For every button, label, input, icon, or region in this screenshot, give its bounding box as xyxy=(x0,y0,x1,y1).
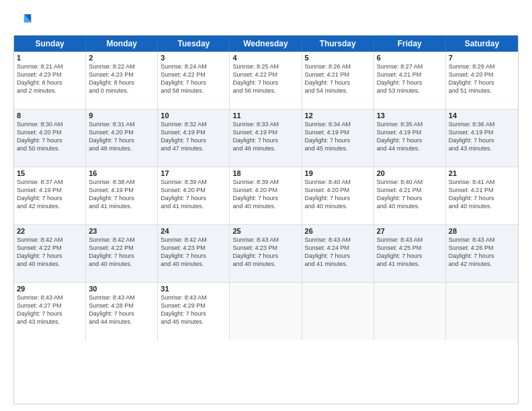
day-number: 7 xyxy=(449,54,515,62)
day-number: 19 xyxy=(305,169,371,177)
day-info: Sunrise: 8:27 AMSunset: 4:21 PMDaylight:… xyxy=(377,62,443,95)
day-info: Sunrise: 8:35 AMSunset: 4:19 PMDaylight:… xyxy=(377,120,443,153)
calendar: SundayMondayTuesdayWednesdayThursdayFrid… xyxy=(13,35,519,404)
day-info: Sunrise: 8:34 AMSunset: 4:19 PMDaylight:… xyxy=(305,120,371,153)
day-info: Sunrise: 8:33 AMSunset: 4:19 PMDaylight:… xyxy=(232,120,298,153)
cal-cell-29: 29Sunrise: 8:43 AMSunset: 4:27 PMDayligh… xyxy=(14,283,86,340)
header xyxy=(13,11,519,30)
day-info: Sunrise: 8:41 AMSunset: 4:21 PMDaylight:… xyxy=(449,178,515,211)
day-number: 4 xyxy=(232,54,298,62)
day-number: 12 xyxy=(305,111,371,120)
cal-cell-11: 11Sunrise: 8:33 AMSunset: 4:19 PMDayligh… xyxy=(230,109,302,167)
page: SundayMondayTuesdayWednesdayThursdayFrid… xyxy=(0,0,532,411)
cal-cell-7: 7Sunrise: 8:29 AMSunset: 4:20 PMDaylight… xyxy=(446,52,518,109)
day-info: Sunrise: 8:43 AMSunset: 4:29 PMDaylight:… xyxy=(161,293,226,326)
header-day-thursday: Thursday xyxy=(302,36,374,52)
cal-cell-6: 6Sunrise: 8:27 AMSunset: 4:21 PMDaylight… xyxy=(374,52,446,109)
day-number: 5 xyxy=(305,54,371,62)
day-number: 3 xyxy=(161,54,226,62)
day-number: 6 xyxy=(377,54,443,62)
day-info: Sunrise: 8:39 AMSunset: 4:20 PMDaylight:… xyxy=(161,178,226,211)
day-number: 26 xyxy=(305,227,371,235)
day-number: 17 xyxy=(161,169,226,177)
header-day-friday: Friday xyxy=(374,36,446,52)
day-info: Sunrise: 8:36 AMSunset: 4:19 PMDaylight:… xyxy=(449,120,515,153)
day-info: Sunrise: 8:42 AMSunset: 4:23 PMDaylight:… xyxy=(161,236,226,269)
day-number: 20 xyxy=(377,169,443,177)
day-number: 1 xyxy=(17,54,83,62)
cal-cell-3: 3Sunrise: 8:24 AMSunset: 4:22 PMDaylight… xyxy=(158,52,230,109)
day-number: 11 xyxy=(232,111,298,120)
week-row-2: 8Sunrise: 8:30 AMSunset: 4:20 PMDaylight… xyxy=(14,109,518,167)
cal-cell-13: 13Sunrise: 8:35 AMSunset: 4:19 PMDayligh… xyxy=(374,109,446,167)
calendar-header: SundayMondayTuesdayWednesdayThursdayFrid… xyxy=(14,36,518,52)
day-info: Sunrise: 8:43 AMSunset: 4:28 PMDaylight:… xyxy=(89,293,154,326)
day-info: Sunrise: 8:43 AMSunset: 4:27 PMDaylight:… xyxy=(17,293,83,326)
logo xyxy=(13,11,35,30)
day-number: 29 xyxy=(17,285,83,293)
day-info: Sunrise: 8:29 AMSunset: 4:20 PMDaylight:… xyxy=(449,62,515,95)
cal-cell-15: 15Sunrise: 8:37 AMSunset: 4:19 PMDayligh… xyxy=(14,167,86,224)
cal-cell-8: 8Sunrise: 8:30 AMSunset: 4:20 PMDaylight… xyxy=(14,109,86,167)
day-info: Sunrise: 8:22 AMSunset: 4:23 PMDaylight:… xyxy=(89,62,154,95)
day-number: 31 xyxy=(161,285,226,293)
cal-cell-empty xyxy=(230,283,302,340)
cal-cell-2: 2Sunrise: 8:22 AMSunset: 4:23 PMDaylight… xyxy=(86,52,158,109)
cal-cell-12: 12Sunrise: 8:34 AMSunset: 4:19 PMDayligh… xyxy=(302,109,374,167)
week-row-1: 1Sunrise: 8:21 AMSunset: 4:23 PMDaylight… xyxy=(14,52,518,109)
cal-cell-14: 14Sunrise: 8:36 AMSunset: 4:19 PMDayligh… xyxy=(446,109,518,167)
day-info: Sunrise: 8:42 AMSunset: 4:22 PMDaylight:… xyxy=(17,236,83,269)
cal-cell-10: 10Sunrise: 8:32 AMSunset: 4:19 PMDayligh… xyxy=(158,109,230,167)
day-info: Sunrise: 8:30 AMSunset: 4:20 PMDaylight:… xyxy=(17,120,83,153)
cal-cell-31: 31Sunrise: 8:43 AMSunset: 4:29 PMDayligh… xyxy=(158,283,230,340)
day-number: 9 xyxy=(89,111,154,120)
day-info: Sunrise: 8:43 AMSunset: 4:26 PMDaylight:… xyxy=(449,236,515,269)
cal-cell-1: 1Sunrise: 8:21 AMSunset: 4:23 PMDaylight… xyxy=(14,52,86,109)
day-number: 15 xyxy=(17,169,83,177)
cal-cell-21: 21Sunrise: 8:41 AMSunset: 4:21 PMDayligh… xyxy=(446,167,518,224)
day-number: 30 xyxy=(89,285,154,293)
day-info: Sunrise: 8:31 AMSunset: 4:20 PMDaylight:… xyxy=(89,120,154,153)
day-number: 14 xyxy=(449,111,515,120)
cal-cell-24: 24Sunrise: 8:42 AMSunset: 4:23 PMDayligh… xyxy=(158,225,230,282)
day-number: 28 xyxy=(449,227,515,235)
day-info: Sunrise: 8:38 AMSunset: 4:19 PMDaylight:… xyxy=(89,178,154,211)
day-info: Sunrise: 8:32 AMSunset: 4:19 PMDaylight:… xyxy=(161,120,226,153)
cal-cell-18: 18Sunrise: 8:39 AMSunset: 4:20 PMDayligh… xyxy=(230,167,302,224)
header-day-sunday: Sunday xyxy=(14,36,86,52)
day-info: Sunrise: 8:39 AMSunset: 4:20 PMDaylight:… xyxy=(232,178,298,211)
cal-cell-5: 5Sunrise: 8:26 AMSunset: 4:21 PMDaylight… xyxy=(302,52,374,109)
calendar-body: 1Sunrise: 8:21 AMSunset: 4:23 PMDaylight… xyxy=(14,52,518,340)
day-info: Sunrise: 8:26 AMSunset: 4:21 PMDaylight:… xyxy=(305,62,371,95)
week-row-3: 15Sunrise: 8:37 AMSunset: 4:19 PMDayligh… xyxy=(14,167,518,225)
day-info: Sunrise: 8:40 AMSunset: 4:21 PMDaylight:… xyxy=(377,178,443,211)
cal-cell-empty xyxy=(302,283,374,340)
week-row-4: 22Sunrise: 8:42 AMSunset: 4:22 PMDayligh… xyxy=(14,225,518,283)
cal-cell-23: 23Sunrise: 8:42 AMSunset: 4:22 PMDayligh… xyxy=(86,225,158,282)
day-info: Sunrise: 8:42 AMSunset: 4:22 PMDaylight:… xyxy=(89,236,154,269)
day-number: 24 xyxy=(161,227,226,235)
cal-cell-4: 4Sunrise: 8:25 AMSunset: 4:22 PMDaylight… xyxy=(230,52,302,109)
day-number: 10 xyxy=(161,111,226,120)
cal-cell-26: 26Sunrise: 8:43 AMSunset: 4:24 PMDayligh… xyxy=(302,225,374,282)
day-info: Sunrise: 8:37 AMSunset: 4:19 PMDaylight:… xyxy=(17,178,83,211)
day-info: Sunrise: 8:24 AMSunset: 4:22 PMDaylight:… xyxy=(161,62,226,95)
cal-cell-20: 20Sunrise: 8:40 AMSunset: 4:21 PMDayligh… xyxy=(374,167,446,224)
cal-cell-30: 30Sunrise: 8:43 AMSunset: 4:28 PMDayligh… xyxy=(86,283,158,340)
header-day-tuesday: Tuesday xyxy=(158,36,230,52)
day-info: Sunrise: 8:21 AMSunset: 4:23 PMDaylight:… xyxy=(17,62,83,95)
day-number: 13 xyxy=(377,111,443,120)
header-day-wednesday: Wednesday xyxy=(230,36,302,52)
cal-cell-28: 28Sunrise: 8:43 AMSunset: 4:26 PMDayligh… xyxy=(446,225,518,282)
cal-cell-9: 9Sunrise: 8:31 AMSunset: 4:20 PMDaylight… xyxy=(86,109,158,167)
cal-cell-16: 16Sunrise: 8:38 AMSunset: 4:19 PMDayligh… xyxy=(86,167,158,224)
week-row-5: 29Sunrise: 8:43 AMSunset: 4:27 PMDayligh… xyxy=(14,283,518,340)
day-number: 18 xyxy=(232,169,298,177)
cal-cell-25: 25Sunrise: 8:43 AMSunset: 4:23 PMDayligh… xyxy=(230,225,302,282)
day-info: Sunrise: 8:43 AMSunset: 4:25 PMDaylight:… xyxy=(377,236,443,269)
cal-cell-empty xyxy=(374,283,446,340)
cal-cell-empty xyxy=(446,283,518,340)
day-number: 8 xyxy=(17,111,83,120)
header-day-monday: Monday xyxy=(86,36,158,52)
day-info: Sunrise: 8:40 AMSunset: 4:20 PMDaylight:… xyxy=(305,178,371,211)
